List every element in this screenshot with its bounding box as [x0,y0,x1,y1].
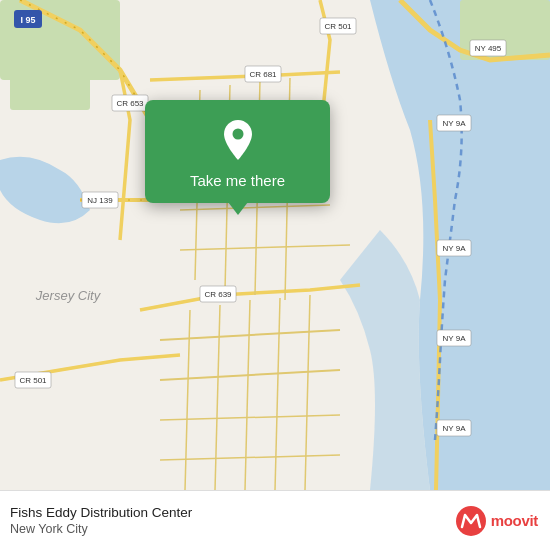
svg-text:CR 681: CR 681 [249,70,277,79]
svg-text:CR 501: CR 501 [324,22,352,31]
location-icon-wrapper [216,118,260,162]
svg-text:NJ 139: NJ 139 [87,196,113,205]
svg-text:NY 9A: NY 9A [443,119,467,128]
svg-text:NY 495: NY 495 [475,44,502,53]
map-container: I 95 CR 501 CR 653 CR 681 NJ 139 CR 639 … [0,0,550,490]
svg-point-46 [232,129,243,140]
svg-text:NY 9A: NY 9A [443,424,467,433]
svg-text:NY 9A: NY 9A [443,244,467,253]
svg-text:CR 639: CR 639 [204,290,232,299]
moovit-logo: moovit [455,505,538,537]
svg-text:NY 9A: NY 9A [443,334,467,343]
svg-text:Jersey City: Jersey City [35,288,102,303]
take-me-there-button[interactable]: Take me there [190,172,285,189]
destination-name: Fishs Eddy Distribution Center [10,504,455,522]
svg-rect-2 [10,60,90,110]
location-pin-icon [218,118,258,162]
moovit-icon [455,505,487,537]
svg-text:CR 653: CR 653 [116,99,144,108]
popup-card[interactable]: Take me there [145,100,330,203]
svg-text:I 95: I 95 [20,15,35,25]
bottom-bar: Fishs Eddy Distribution Center New York … [0,490,550,550]
svg-text:CR 501: CR 501 [19,376,47,385]
destination-info: Fishs Eddy Distribution Center New York … [10,504,455,538]
destination-city: New York City [10,521,455,537]
map-background: I 95 CR 501 CR 653 CR 681 NJ 139 CR 639 … [0,0,550,490]
moovit-label: moovit [491,512,538,529]
